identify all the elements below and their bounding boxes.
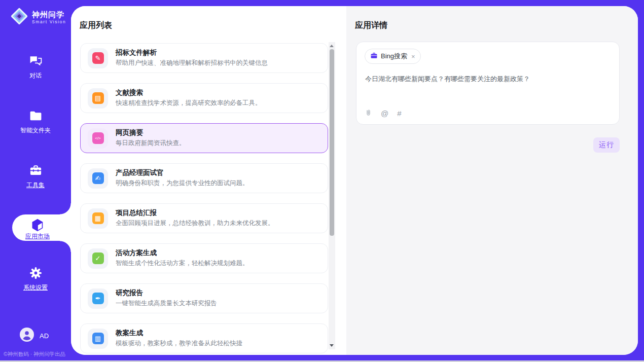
cube-icon xyxy=(30,218,45,232)
app-description: 智能生成个性化活动方案，轻松解决规划难题。 xyxy=(116,259,249,268)
app-card-event-plan[interactable]: ✓ 活动方案生成 智能生成个性化活动方案，轻松解决规划难题。 xyxy=(80,243,328,273)
scroll-up-arrow-icon[interactable] xyxy=(330,45,334,47)
app-list-title: 应用列表 xyxy=(80,20,112,31)
interviewer-icon: ✍ xyxy=(92,172,104,184)
app-card-bid-document-analysis[interactable]: ✎ 招标文件解析 帮助用户快速、准确地理解和解析招标书中的关键信息 xyxy=(80,43,328,73)
clipboard-check-icon: ✓ xyxy=(92,252,104,264)
sidebar-item-label: 工具集 xyxy=(26,181,45,190)
pen-report-icon: ✒ xyxy=(92,293,104,304)
book-icon: ▤ xyxy=(92,92,104,104)
scrollbar[interactable] xyxy=(329,42,335,349)
sidebar-item-label: 对话 xyxy=(29,71,42,80)
sidebar-nav: 对话 智能文件夹 工具集 应用市场 xyxy=(0,54,71,292)
app-logo: 神州问学 Smart Vision xyxy=(0,0,71,28)
app-subtitle: Smart Vision xyxy=(32,19,66,24)
sidebar-item-label: 应用市场 xyxy=(25,232,50,241)
sidebar-item-label: 系统设置 xyxy=(23,283,48,292)
app-card-literature-search[interactable]: ▤ 文献搜索 快速精准查找学术资源，提高研究效率的必备工具。 xyxy=(80,83,328,113)
chip-close-icon[interactable]: × xyxy=(411,53,415,60)
app-description: 帮助用户快速、准确地理解和解析招标书中的关键信息 xyxy=(116,59,268,67)
logo-diamond-icon xyxy=(9,6,29,28)
app-name: 研究报告 xyxy=(116,289,217,297)
sidebar: 神州问学 Smart Vision 对话 智能文件夹 工具集 xyxy=(0,0,71,362)
user-account[interactable]: AD xyxy=(0,328,71,344)
attach-toolbar: @ # xyxy=(365,108,402,118)
copyright-footer: ©神州数码 · 神州问学出品 xyxy=(0,351,71,358)
gear-icon xyxy=(29,266,43,280)
app-description: 快速精准查找学术资源，提高研究效率的必备工具。 xyxy=(116,99,262,107)
app-description: 一键智能生成高质量长文本研究报告 xyxy=(116,299,217,308)
app-window: 神州问学 Smart Vision 对话 智能文件夹 工具集 xyxy=(0,0,644,362)
sidebar-item-smart-folder[interactable]: 智能文件夹 xyxy=(0,108,71,135)
query-input[interactable]: 今日湖北有哪些新闻要点？有哪些需要关注的最新政策？ xyxy=(365,74,611,84)
tool-chip-bing-search[interactable]: Bing搜索 × xyxy=(365,49,421,64)
briefcase-icon xyxy=(370,52,378,61)
app-description: 全面回顾项目进展，总结经验教训，助力未来优化发展。 xyxy=(116,219,274,228)
app-title: 神州问学 xyxy=(32,10,66,19)
scrollbar-thumb[interactable] xyxy=(330,49,334,236)
app-name: 项目总结汇报 xyxy=(116,209,274,217)
app-card-pm-interviewer[interactable]: ✍ 产品经理面试官 明确身份和职责，为您提供专业性的面试问题。 xyxy=(80,163,328,193)
app-card-lesson-plan[interactable]: ▥ 教案生成 模板驱动，教案秒成，教学准备从此轻松快捷 xyxy=(80,323,328,353)
folder-icon xyxy=(29,108,43,123)
app-card-web-summary[interactable]: </> 网页摘要 每日政府新闻资讯快查。 xyxy=(80,123,328,153)
avatar xyxy=(20,328,34,344)
app-description: 明确身份和职责，为您提供专业性的面试问题。 xyxy=(116,179,249,188)
app-card-project-summary[interactable]: ▦ 项目总结汇报 全面回顾项目进展，总结经验教训，助力未来优化发展。 xyxy=(80,203,328,233)
app-detail-panel: 应用详情 Bing搜索 × 今日湖北有哪些新闻要点？有哪些需要关注的最新政策？ … xyxy=(346,6,638,355)
books-icon: ▥ xyxy=(92,333,104,344)
chat-icon xyxy=(29,54,43,68)
paperclip-icon xyxy=(365,108,372,118)
app-list-panel: 应用列表 ✎ 招标文件解析 帮助用户快速、准确地理解和解析招标书中的关键信息 xyxy=(71,6,346,355)
app-card-research-report[interactable]: ✒ 研究报告 一键智能生成高质量长文本研究报告 xyxy=(80,283,328,313)
app-detail-title: 应用详情 xyxy=(355,20,387,31)
paperclip-icon[interactable] xyxy=(365,108,372,118)
tool-chip-label: Bing搜索 xyxy=(381,52,407,61)
main-content: 应用列表 ✎ 招标文件解析 帮助用户快速、准确地理解和解析招标书中的关键信息 xyxy=(71,6,638,355)
app-name: 网页摘要 xyxy=(116,129,186,137)
browser-code-icon: </> xyxy=(92,132,104,144)
app-name: 教案生成 xyxy=(116,329,242,337)
sidebar-item-system-settings[interactable]: 系统设置 xyxy=(0,266,71,292)
app-description: 每日政府新闻资讯快查。 xyxy=(116,139,186,148)
toolbox-icon xyxy=(29,163,43,177)
scroll-down-arrow-icon[interactable] xyxy=(330,344,334,347)
pen-square-icon: ✎ xyxy=(92,52,104,64)
app-name: 文献搜索 xyxy=(116,89,262,97)
app-list: ✎ 招标文件解析 帮助用户快速、准确地理解和解析招标书中的关键信息 ▤ xyxy=(80,43,328,353)
calendar-icon: ▦ xyxy=(92,212,104,224)
user-name: AD xyxy=(40,332,49,340)
sidebar-item-label: 智能文件夹 xyxy=(20,126,51,135)
hash-icon[interactable]: # xyxy=(397,110,401,117)
app-name: 产品经理面试官 xyxy=(116,169,249,177)
sidebar-item-chat[interactable]: 对话 xyxy=(0,54,71,80)
query-card: Bing搜索 × 今日湖北有哪些新闻要点？有哪些需要关注的最新政策？ @ # xyxy=(356,42,620,125)
run-button[interactable]: 运行 xyxy=(593,137,620,153)
sidebar-item-app-market[interactable]: 应用市场 xyxy=(12,214,71,241)
app-name: 活动方案生成 xyxy=(116,249,249,257)
app-name: 招标文件解析 xyxy=(116,49,268,57)
sidebar-item-toolset[interactable]: 工具集 xyxy=(0,163,71,190)
app-description: 模板驱动，教案秒成，教学准备从此轻松快捷 xyxy=(116,339,242,348)
at-mention-icon[interactable]: @ xyxy=(381,110,388,117)
